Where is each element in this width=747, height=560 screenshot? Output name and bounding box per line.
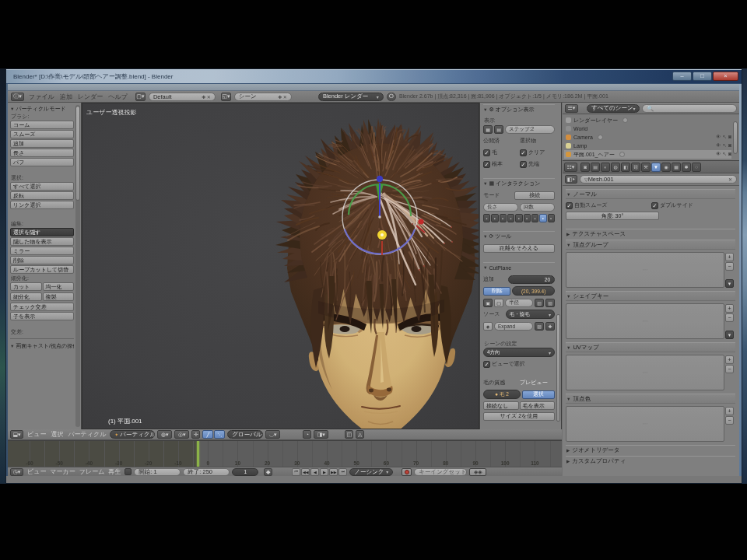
properties-shelf-check-b-box-5[interactable]: ✓	[520, 161, 527, 168]
visibility-toggle-icon[interactable]: 👁	[716, 151, 721, 157]
properties-shelf-ic-2-1[interactable]: ▤	[494, 125, 503, 134]
properties-list-specials-6[interactable]: ▾	[725, 279, 734, 288]
properties-shelf-blue-27-1[interactable]: 選択	[522, 390, 555, 399]
properties-shelf-fd-17-1[interactable]: (20, 399.4)	[512, 286, 555, 296]
tool-shelf-button-2[interactable]: コーム	[10, 121, 74, 129]
properties-panel-header-11[interactable]: ▼頂点色	[566, 394, 735, 404]
properties-shelf-icon-10-3[interactable]: ▪	[507, 214, 514, 222]
playback-button-4[interactable]: ▶▶	[329, 468, 338, 476]
tab-modifiers[interactable]: ⚒	[641, 163, 651, 172]
datablock-ops-icons[interactable]: ✚ ✕	[278, 94, 287, 100]
timeline-editor-icon[interactable]: ◷▾	[10, 468, 23, 476]
timeline-menu-1[interactable]: マーカー	[50, 467, 75, 476]
window-titlebar[interactable]: Blender* [D:\作業\モデル\頭部ヘアー調整.blend] - Ble…	[6, 69, 742, 84]
properties-list-remove-12[interactable]: −	[725, 416, 734, 425]
opengl-anim-icon[interactable]: ◬	[356, 430, 364, 439]
properties-shelf-icon-10-4[interactable]: ▪	[515, 214, 522, 222]
properties-list-add-8[interactable]: +	[725, 304, 734, 313]
timeline-menu-3[interactable]: 再生	[108, 467, 121, 476]
properties-shelf-icon-10-2[interactable]: ▪	[500, 214, 507, 222]
renderability-toggle-icon[interactable]: ◙	[728, 151, 731, 157]
tool-shelf-button-9[interactable]: すべて選択	[10, 182, 74, 191]
properties-list-12[interactable]: ⋯+−	[566, 406, 724, 442]
playback-button-1[interactable]: ◀◀	[301, 468, 310, 476]
properties-list-8[interactable]: ⋯+−▾	[566, 303, 724, 339]
properties-shelf-blue-17-0[interactable]: 削除	[483, 287, 510, 296]
tool-shelf-button-21a[interactable]: 細分化	[10, 292, 42, 301]
unlink-icon[interactable]: ✕	[728, 177, 732, 182]
properties-shelf-dd-19-1[interactable]: 毛・旋毛▾	[506, 310, 555, 319]
properties-check-b-box-1[interactable]: ✓	[651, 202, 658, 209]
render-shading-icon[interactable]: ◨▾	[314, 430, 328, 439]
properties-shelf-fd-27-0[interactable]: ● 毛 2	[483, 390, 521, 399]
properties-shelf-checkbox-24[interactable]: ✓	[483, 361, 490, 368]
outliner-row-lamp[interactable]: Lamp👁↖◙	[564, 142, 731, 150]
menu-3[interactable]: ヘルプ	[108, 93, 128, 101]
tab-scene[interactable]: ◐	[601, 163, 610, 172]
use-preview-range-checkbox[interactable]	[124, 468, 132, 475]
tab-particles[interactable]: ✱	[682, 163, 691, 172]
properties-list-add-6[interactable]: +	[725, 253, 734, 261]
outliner-scroll-thumb[interactable]	[733, 121, 738, 154]
properties-shelf-icl-18-1[interactable]: ▢	[494, 299, 503, 307]
playback-button-5[interactable]: ⏭	[338, 468, 347, 476]
tab-texture[interactable]: ▦	[672, 163, 681, 172]
playback-button-3[interactable]: ▶	[320, 468, 328, 476]
viewport-3d[interactable]: ユーザー透視投影 (1) 平面.001	[82, 103, 479, 429]
properties-list-remove-8[interactable]: −	[725, 313, 734, 322]
screen-layout-icon[interactable]: ▢▾	[135, 93, 146, 101]
properties-shelf-panel-header-0[interactable]: ▼⚙オプション表示	[483, 104, 555, 114]
tool-shelf-panel-header-27[interactable]: ▼画面キャスト/視点の操作	[10, 341, 74, 350]
tool-shelf-button-5[interactable]: 長さ	[10, 149, 74, 157]
select-mode-point[interactable]: ⋱	[214, 430, 225, 439]
datablock-name-field[interactable]: ▽Mesh.001✕	[580, 175, 737, 184]
tool-shelf-button-15[interactable]: 隠した物を表示	[10, 237, 74, 246]
tool-shelf-button-3[interactable]: スムーズ	[10, 130, 74, 138]
frame-start-field[interactable]: 開始: 1	[134, 468, 181, 476]
av-sync-select[interactable]: ノーシンク▾	[349, 468, 393, 476]
properties-shelf-fl-9-0[interactable]: 長さ	[483, 203, 518, 212]
properties-shelf-icon-10-1[interactable]: ▪	[491, 214, 498, 222]
properties-panel-header-0[interactable]: ▼ノーマル	[566, 189, 735, 199]
shading-select-icon[interactable]: ◍▾	[157, 430, 172, 439]
tool-shelf-button-21b[interactable]: 複製	[43, 292, 75, 301]
properties-shelf-check-b-box-4[interactable]: ✓	[520, 149, 527, 156]
proportional-edit-icon[interactable]: ◔	[303, 430, 311, 439]
playback-button-2[interactable]: ◀	[310, 468, 319, 476]
pivot-select-icon[interactable]: ◎▾	[174, 430, 189, 439]
renderability-toggle-icon[interactable]: ◙	[728, 134, 731, 140]
tool-shelf-scroll-thumb[interactable]	[75, 106, 80, 201]
tool-shelf-button-23[interactable]: 子を表示	[10, 312, 74, 320]
properties-panel-header-4[interactable]: ▶テクスチャスペース	[566, 229, 735, 239]
properties-shelf-check-a-box-4[interactable]: ✓	[483, 149, 490, 156]
properties-shelf-fl-18-2[interactable]: 半径	[505, 299, 533, 307]
properties-shelf-icon-10-0[interactable]: ▪	[483, 214, 490, 222]
properties-shelf-ic-18-3[interactable]: ▥	[535, 299, 544, 307]
viewport-menu-0[interactable]: ビュー	[27, 430, 46, 439]
keying-set-select[interactable]: キーイングセット	[414, 468, 467, 476]
tool-shelf-button-20a[interactable]: カット	[10, 282, 42, 291]
tool-shelf-button-20b[interactable]: 均一化	[43, 282, 75, 291]
properties-panel-header-7[interactable]: ▼シェイプキー	[566, 291, 735, 301]
properties-list-add-10[interactable]: +	[725, 355, 734, 364]
insert-key-icon[interactable]: ◈◈	[469, 468, 486, 476]
viewport-menu-2[interactable]: パーティクル	[68, 430, 106, 439]
properties-list-remove-6[interactable]: −	[725, 262, 734, 271]
orientation-select[interactable]: グローバル▾	[227, 430, 263, 439]
properties-shelf-check-a-box-5[interactable]: ✓	[483, 161, 490, 168]
jump-keyframe-icon[interactable]: ◆	[264, 468, 272, 476]
outliner-row-renderlayer[interactable]: レンダーレイヤー	[564, 116, 731, 124]
tool-shelf-button-18[interactable]: ループカットして切替	[10, 265, 74, 274]
tab-render-layers[interactable]: ▤	[591, 163, 600, 172]
tab-material[interactable]: ◉	[661, 163, 671, 172]
properties-shelf-icon-10-8[interactable]: ▪	[548, 214, 555, 222]
properties-shelf-fl-20-1[interactable]: Expand	[494, 322, 533, 331]
playback-button-0[interactable]: ⏮	[292, 468, 300, 476]
outliner-row-mesh[interactable]: 平面.001_ヘアー👁↖◙	[564, 150, 731, 159]
snap-icon[interactable]: ◡▾	[265, 430, 280, 439]
render-engine-select[interactable]: Blender レンダー▾	[318, 93, 384, 101]
properties-shelf-icl-20-0[interactable]: ◈	[483, 322, 493, 331]
tab-physics[interactable]: ◌	[692, 163, 701, 172]
properties-list-10[interactable]: ⋯+−	[566, 355, 724, 390]
properties-shelf-icon-10-7[interactable]: ▪	[539, 214, 546, 222]
